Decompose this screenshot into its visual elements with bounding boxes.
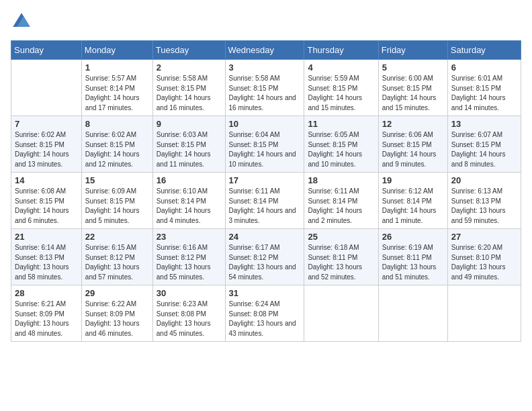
day-of-week-header: Monday: [81, 41, 152, 60]
day-number: 17: [229, 175, 301, 185]
calendar-cell: 16Sunrise: 6:10 AMSunset: 8:14 PMDayligh…: [152, 173, 225, 229]
day-number: 21: [15, 232, 78, 242]
day-of-week-header: Wednesday: [225, 41, 304, 60]
day-info: Sunrise: 5:58 AMSunset: 8:15 PMDaylight:…: [229, 74, 301, 113]
calendar-cell: 11Sunrise: 6:05 AMSunset: 8:15 PMDayligh…: [304, 116, 378, 173]
calendar-cell: 9Sunrise: 6:03 AMSunset: 8:15 PMDaylight…: [152, 116, 225, 173]
day-number: 6: [451, 62, 517, 73]
day-of-week-header: Friday: [378, 41, 447, 60]
calendar-cell: 30Sunrise: 6:23 AMSunset: 8:08 PMDayligh…: [152, 285, 225, 342]
day-info: Sunrise: 6:17 AMSunset: 8:12 PMDaylight:…: [229, 243, 301, 282]
calendar-cell: 10Sunrise: 6:04 AMSunset: 8:15 PMDayligh…: [225, 116, 304, 173]
calendar-cell: 15Sunrise: 6:09 AMSunset: 8:15 PMDayligh…: [81, 173, 152, 229]
day-info: Sunrise: 6:07 AMSunset: 8:15 PMDaylight:…: [451, 130, 517, 169]
calendar-cell: [378, 285, 447, 342]
day-info: Sunrise: 6:11 AMSunset: 8:14 PMDaylight:…: [229, 187, 301, 226]
day-number: 19: [382, 175, 444, 185]
calendar-cell: [304, 285, 378, 342]
day-number: 10: [229, 119, 301, 129]
logo: [11, 11, 35, 32]
day-info: Sunrise: 6:14 AMSunset: 8:13 PMDaylight:…: [15, 243, 78, 282]
day-number: 5: [382, 62, 444, 73]
day-number: 20: [451, 175, 517, 185]
day-info: Sunrise: 6:15 AMSunset: 8:12 PMDaylight:…: [85, 243, 149, 282]
calendar-cell: 29Sunrise: 6:22 AMSunset: 8:09 PMDayligh…: [81, 285, 152, 342]
day-number: 22: [85, 232, 149, 242]
day-info: Sunrise: 6:02 AMSunset: 8:15 PMDaylight:…: [85, 130, 149, 169]
day-info: Sunrise: 5:58 AMSunset: 8:15 PMDaylight:…: [157, 74, 222, 113]
day-info: Sunrise: 5:59 AMSunset: 8:15 PMDaylight:…: [308, 74, 374, 113]
calendar-cell: 22Sunrise: 6:15 AMSunset: 8:12 PMDayligh…: [81, 229, 152, 285]
calendar-week-row: 7Sunrise: 6:02 AMSunset: 8:15 PMDaylight…: [11, 116, 521, 173]
day-info: Sunrise: 6:02 AMSunset: 8:15 PMDaylight:…: [15, 130, 78, 169]
day-number: 12: [382, 119, 444, 129]
calendar-cell: 13Sunrise: 6:07 AMSunset: 8:15 PMDayligh…: [447, 116, 521, 173]
day-info: Sunrise: 6:23 AMSunset: 8:08 PMDaylight:…: [157, 300, 222, 338]
day-info: Sunrise: 5:57 AMSunset: 8:14 PMDaylight:…: [85, 74, 149, 113]
day-number: 3: [229, 62, 301, 73]
day-info: Sunrise: 6:05 AMSunset: 8:15 PMDaylight:…: [308, 130, 374, 169]
calendar-header-row: SundayMondayTuesdayWednesdayThursdayFrid…: [11, 41, 521, 60]
calendar-table: SundayMondayTuesdayWednesdayThursdayFrid…: [11, 40, 521, 342]
calendar-cell: 2Sunrise: 5:58 AMSunset: 8:15 PMDaylight…: [152, 60, 225, 116]
calendar-cell: 31Sunrise: 6:24 AMSunset: 8:08 PMDayligh…: [225, 285, 304, 342]
day-of-week-header: Saturday: [447, 41, 521, 60]
calendar-cell: 26Sunrise: 6:19 AMSunset: 8:11 PMDayligh…: [378, 229, 447, 285]
calendar-cell: 8Sunrise: 6:02 AMSunset: 8:15 PMDaylight…: [81, 116, 152, 173]
day-number: 25: [308, 232, 374, 242]
calendar-week-row: 14Sunrise: 6:08 AMSunset: 8:15 PMDayligh…: [11, 173, 521, 229]
day-number: 7: [15, 119, 78, 129]
calendar-cell: 23Sunrise: 6:16 AMSunset: 8:12 PMDayligh…: [152, 229, 225, 285]
calendar-cell: [11, 60, 82, 116]
calendar-cell: 20Sunrise: 6:13 AMSunset: 8:13 PMDayligh…: [447, 173, 521, 229]
day-info: Sunrise: 6:06 AMSunset: 8:15 PMDaylight:…: [382, 130, 444, 169]
day-number: 4: [308, 62, 374, 73]
day-info: Sunrise: 6:22 AMSunset: 8:09 PMDaylight:…: [85, 300, 149, 338]
calendar-cell: 6Sunrise: 6:01 AMSunset: 8:15 PMDaylight…: [447, 60, 521, 116]
day-info: Sunrise: 6:13 AMSunset: 8:13 PMDaylight:…: [451, 187, 517, 226]
day-info: Sunrise: 6:18 AMSunset: 8:11 PMDaylight:…: [308, 243, 374, 282]
calendar-cell: 24Sunrise: 6:17 AMSunset: 8:12 PMDayligh…: [225, 229, 304, 285]
day-of-week-header: Tuesday: [152, 41, 225, 60]
calendar-cell: 19Sunrise: 6:12 AMSunset: 8:14 PMDayligh…: [378, 173, 447, 229]
day-info: Sunrise: 6:04 AMSunset: 8:15 PMDaylight:…: [229, 130, 301, 169]
day-info: Sunrise: 6:00 AMSunset: 8:15 PMDaylight:…: [382, 74, 444, 113]
day-number: 31: [229, 288, 301, 298]
day-number: 15: [85, 175, 149, 185]
day-info: Sunrise: 6:16 AMSunset: 8:12 PMDaylight:…: [157, 243, 222, 282]
day-info: Sunrise: 6:03 AMSunset: 8:15 PMDaylight:…: [157, 130, 222, 169]
day-number: 18: [308, 175, 374, 185]
calendar-cell: 28Sunrise: 6:21 AMSunset: 8:09 PMDayligh…: [11, 285, 82, 342]
day-info: Sunrise: 6:19 AMSunset: 8:11 PMDaylight:…: [382, 243, 444, 282]
day-number: 1: [85, 62, 149, 73]
day-number: 30: [157, 288, 222, 298]
day-number: 2: [157, 62, 222, 73]
calendar-cell: 27Sunrise: 6:20 AMSunset: 8:10 PMDayligh…: [447, 229, 521, 285]
day-info: Sunrise: 6:11 AMSunset: 8:14 PMDaylight:…: [308, 187, 374, 226]
day-number: 8: [85, 119, 149, 129]
calendar-cell: 3Sunrise: 5:58 AMSunset: 8:15 PMDaylight…: [225, 60, 304, 116]
day-info: Sunrise: 6:24 AMSunset: 8:08 PMDaylight:…: [229, 300, 301, 338]
calendar-cell: 25Sunrise: 6:18 AMSunset: 8:11 PMDayligh…: [304, 229, 378, 285]
day-number: 13: [451, 119, 517, 129]
day-number: 26: [382, 232, 444, 242]
day-info: Sunrise: 6:21 AMSunset: 8:09 PMDaylight:…: [15, 300, 78, 338]
calendar-cell: [447, 285, 521, 342]
day-info: Sunrise: 6:20 AMSunset: 8:10 PMDaylight:…: [451, 243, 517, 282]
day-number: 27: [451, 232, 517, 242]
calendar-week-row: 1Sunrise: 5:57 AMSunset: 8:14 PMDaylight…: [11, 60, 521, 116]
calendar-cell: 12Sunrise: 6:06 AMSunset: 8:15 PMDayligh…: [378, 116, 447, 173]
calendar-cell: 5Sunrise: 6:00 AMSunset: 8:15 PMDaylight…: [378, 60, 447, 116]
day-number: 16: [157, 175, 222, 185]
calendar-cell: 1Sunrise: 5:57 AMSunset: 8:14 PMDaylight…: [81, 60, 152, 116]
calendar-cell: 14Sunrise: 6:08 AMSunset: 8:15 PMDayligh…: [11, 173, 82, 229]
day-info: Sunrise: 6:12 AMSunset: 8:14 PMDaylight:…: [382, 187, 444, 226]
day-of-week-header: Sunday: [11, 41, 82, 60]
calendar-cell: 4Sunrise: 5:59 AMSunset: 8:15 PMDaylight…: [304, 60, 378, 116]
day-number: 11: [308, 119, 374, 129]
day-info: Sunrise: 6:01 AMSunset: 8:15 PMDaylight:…: [451, 74, 517, 113]
calendar-cell: 21Sunrise: 6:14 AMSunset: 8:13 PMDayligh…: [11, 229, 82, 285]
day-info: Sunrise: 6:08 AMSunset: 8:15 PMDaylight:…: [15, 187, 78, 226]
day-info: Sunrise: 6:10 AMSunset: 8:14 PMDaylight:…: [157, 187, 222, 226]
calendar-week-row: 21Sunrise: 6:14 AMSunset: 8:13 PMDayligh…: [11, 229, 521, 285]
